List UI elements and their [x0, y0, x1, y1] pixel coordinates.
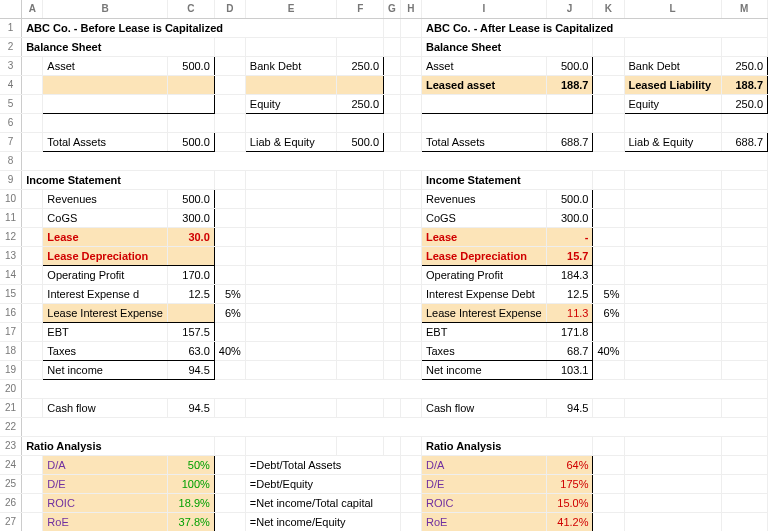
equity-lbl-left[interactable]: Equity [245, 95, 337, 114]
bankdebt-val-left[interactable]: 250.0 [337, 57, 384, 76]
row-22[interactable]: 22 [0, 418, 22, 437]
ni-lbl-right[interactable]: Net income [422, 361, 547, 380]
op-val-right[interactable]: 184.3 [546, 266, 593, 285]
de-val-left[interactable]: 100% [167, 475, 214, 494]
row-8[interactable]: 8 [0, 152, 22, 171]
row-17[interactable]: 17 [0, 323, 22, 342]
ta-val-right[interactable]: 688.7 [546, 133, 593, 152]
de-val-right[interactable]: 175% [546, 475, 593, 494]
ebt-val-right[interactable]: 171.8 [546, 323, 593, 342]
row-16[interactable]: 16 [0, 304, 22, 323]
roe-val-left[interactable]: 37.8% [167, 513, 214, 532]
title-right[interactable]: ABC Co. - After Lease is Capitalized [422, 19, 768, 38]
row-25[interactable]: 25 [0, 475, 22, 494]
op-val-left[interactable]: 170.0 [167, 266, 214, 285]
rev-lbl-left[interactable]: Revenues [43, 190, 168, 209]
leased-liab-lbl-right[interactable]: Leased Liability [624, 76, 721, 95]
col-A[interactable]: A [22, 0, 43, 19]
bs-heading-right[interactable]: Balance Sheet [422, 38, 593, 57]
lease-val-left[interactable]: 30.0 [167, 228, 214, 247]
int-val-right[interactable]: 12.5 [546, 285, 593, 304]
ta-val-left[interactable]: 500.0 [167, 133, 214, 152]
title-left[interactable]: ABC Co. - Before Lease is Capitalized [22, 19, 384, 38]
row-13[interactable]: 13 [0, 247, 22, 266]
is-heading-left[interactable]: Income Statement [22, 171, 215, 190]
row-26[interactable]: 26 [0, 494, 22, 513]
cf-lbl-right[interactable]: Cash flow [422, 399, 547, 418]
row-23[interactable]: 23 [0, 437, 22, 456]
cf-val-left[interactable]: 94.5 [167, 399, 214, 418]
leased-liab-val-right[interactable]: 188.7 [721, 76, 767, 95]
int-rate-left[interactable]: 5% [214, 285, 245, 304]
row-15[interactable]: 15 [0, 285, 22, 304]
rev-val-left[interactable]: 500.0 [167, 190, 214, 209]
ebt-val-left[interactable]: 157.5 [167, 323, 214, 342]
col-I[interactable]: I [422, 0, 547, 19]
da-val-right[interactable]: 64% [546, 456, 593, 475]
leased-asset-lbl-right[interactable]: Leased asset [422, 76, 547, 95]
row-5[interactable]: 5 [0, 95, 22, 114]
row-7[interactable]: 7 [0, 133, 22, 152]
dep-lbl-right[interactable]: Lease Depreciation [422, 247, 547, 266]
lease-lbl-right[interactable]: Lease [422, 228, 547, 247]
ta-lbl-right[interactable]: Total Assets [422, 133, 547, 152]
dep-val-left[interactable] [167, 247, 214, 266]
op-lbl-right[interactable]: Operating Profit [422, 266, 547, 285]
is-heading-right[interactable]: Income Statement [422, 171, 593, 190]
row-6[interactable]: 6 [0, 114, 22, 133]
row-2[interactable]: 2 [0, 38, 22, 57]
asset-val-right[interactable]: 500.0 [546, 57, 593, 76]
asset-val-left[interactable]: 500.0 [167, 57, 214, 76]
leased-asset-lbl-left[interactable] [43, 76, 168, 95]
row-10[interactable]: 10 [0, 190, 22, 209]
tax-rate-left[interactable]: 40% [214, 342, 245, 361]
roe-lbl-left[interactable]: RoE [43, 513, 168, 532]
tax-val-left[interactable]: 63.0 [167, 342, 214, 361]
equity-val-right[interactable]: 250.0 [721, 95, 767, 114]
equity-val-left[interactable]: 250.0 [337, 95, 384, 114]
row-11[interactable]: 11 [0, 209, 22, 228]
leased-asset-val-right[interactable]: 188.7 [546, 76, 593, 95]
col-L[interactable]: L [624, 0, 721, 19]
formula-da[interactable]: =Debt/Total Assets [245, 456, 400, 475]
row-20[interactable]: 20 [0, 380, 22, 399]
da-lbl-right[interactable]: D/A [422, 456, 547, 475]
col-G[interactable]: G [384, 0, 401, 19]
roe-lbl-right[interactable]: RoE [422, 513, 547, 532]
ni-lbl-left[interactable]: Net income [43, 361, 168, 380]
lie-rate-left[interactable]: 6% [214, 304, 245, 323]
equity-lbl-right[interactable]: Equity [624, 95, 721, 114]
ebt-lbl-left[interactable]: EBT [43, 323, 168, 342]
da-lbl-left[interactable]: D/A [43, 456, 168, 475]
leased-asset-val-left[interactable] [167, 76, 214, 95]
col-M[interactable]: M [721, 0, 767, 19]
int-lbl-right[interactable]: Interest Expense Debt [422, 285, 547, 304]
ni-val-right[interactable]: 103.1 [546, 361, 593, 380]
bs-heading-left[interactable]: Balance Sheet [22, 38, 215, 57]
lie-val-left[interactable] [167, 304, 214, 323]
col-D[interactable]: D [214, 0, 245, 19]
tax-val-right[interactable]: 68.7 [546, 342, 593, 361]
row-18[interactable]: 18 [0, 342, 22, 361]
row-14[interactable]: 14 [0, 266, 22, 285]
row-27[interactable]: 27 [0, 513, 22, 532]
tax-rate-right[interactable]: 40% [593, 342, 624, 361]
dep-val-right[interactable]: 15.7 [546, 247, 593, 266]
col-H[interactable]: H [400, 0, 421, 19]
lie-lbl-right[interactable]: Lease Interest Expense [422, 304, 547, 323]
ebt-lbl-right[interactable]: EBT [422, 323, 547, 342]
de-lbl-left[interactable]: D/E [43, 475, 168, 494]
col-E[interactable]: E [245, 0, 337, 19]
lie-val-right[interactable]: 11.3 [546, 304, 593, 323]
int-lbl-left[interactable]: Interest Expense d [43, 285, 168, 304]
le-lbl-left[interactable]: Liab & Equity [245, 133, 337, 152]
roe-val-right[interactable]: 41.2% [546, 513, 593, 532]
le-lbl-right[interactable]: Liab & Equity [624, 133, 721, 152]
ta-lbl-left[interactable]: Total Assets [43, 133, 168, 152]
col-J[interactable]: J [546, 0, 593, 19]
asset-lbl-left[interactable]: Asset [43, 57, 168, 76]
bankdebt-lbl-right[interactable]: Bank Debt [624, 57, 721, 76]
cogs-val-right[interactable]: 300.0 [546, 209, 593, 228]
row-3[interactable]: 3 [0, 57, 22, 76]
roic-lbl-right[interactable]: ROIC [422, 494, 547, 513]
